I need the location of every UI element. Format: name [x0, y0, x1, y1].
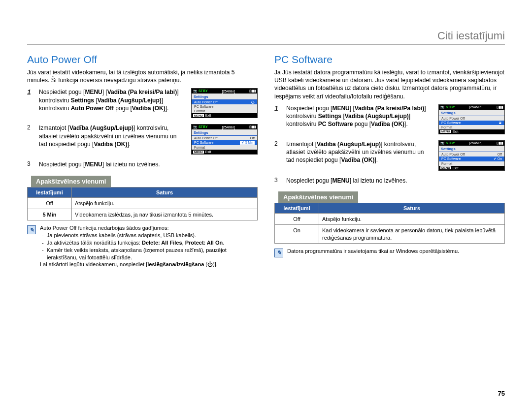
table-header: Iestatījumi	[28, 187, 72, 197]
left-column: Auto Power Off Jūs varat iestatīt videok…	[27, 54, 258, 268]
step-text: Izmantojot [Vadība (Augšup/Lejup)] kontr…	[286, 140, 433, 174]
note-item: - Kamēr tiek veikts ieraksts, atskaņošan…	[40, 247, 258, 261]
step-text: Nospiediet pogu [MENU] lai izietu no izv…	[39, 160, 258, 168]
note-item: - Ja aktivizētas tālāk norādītās funkcij…	[40, 239, 258, 247]
step-1: 1 Nospiediet pogu [MENU] [Vadība (Pa kre…	[27, 88, 258, 121]
chapter-title: Citi iestatījumi	[27, 30, 505, 45]
step-2: 2 Izmantojot [Vadība (Augšup/Lejup)] kon…	[274, 140, 505, 174]
intro-text: Ja Jūs iestatāt datora programmatūru kā …	[274, 68, 505, 100]
step-number: 3	[27, 160, 34, 168]
table-row: OffAtspējo funkciju.	[275, 213, 505, 224]
step-3: 3 Nospiediet pogu [MENU] lai izietu no i…	[274, 177, 505, 185]
camera-screenshot-2: 📷 STBY[254Min]▯ ▮▮▮ Settings Auto Power …	[191, 124, 258, 157]
note-item: - Ja pievienots strāvas kabelis (strāvas…	[40, 232, 258, 239]
step-text: Nospiediet pogu [MENU] lai izietu no izv…	[286, 177, 505, 185]
note-icon: ✎	[274, 249, 283, 257]
camera-screenshot-1: 📷 STBY[254Min]▯ ▮▮▮ Settings Auto Power …	[438, 104, 505, 137]
section-title-pc-software: PC Software	[274, 54, 505, 65]
page-number: 75	[498, 390, 505, 397]
step-text: Izmantojot [Vadība (Augšup/Lejup)] kontr…	[39, 124, 186, 157]
camera-screenshot-2: 📷 STBY[254Min]▯ ▮▮▮ Settings Auto Power …	[438, 140, 505, 174]
step-number: 2	[274, 140, 281, 174]
settings-table: IestatījumiSaturs OffAtspējo funkciju. O…	[274, 203, 505, 244]
step-text: Nospiediet pogu [MENU] [Vadība (Pa kreis…	[286, 104, 433, 137]
step-text: Nospiediet pogu [MENU] [Vadība (Pa kreis…	[39, 88, 186, 121]
note-icon: ✎	[27, 225, 36, 234]
table-header: Iestatījumi	[275, 203, 319, 213]
step-3: 3 Nospiediet pogu [MENU] lai izietu no i…	[27, 160, 258, 168]
step-number: 3	[274, 177, 281, 185]
table-row: OffAtspējo funkciju.	[28, 197, 258, 209]
camera-screenshot-1: 📷 STBY[254Min]▯ ▮▮▮ Settings Auto Power …	[191, 88, 258, 121]
step-number: 2	[27, 124, 34, 157]
step-number: 1	[27, 88, 34, 121]
note-body: Datora programmatūra ir savietojama tika…	[287, 248, 505, 255]
table-row: OnKad videokamera ir savienota ar person…	[275, 225, 505, 244]
table-header: Saturs	[72, 187, 258, 197]
submenu-header: Apakšizvēlnes vienumi	[278, 191, 358, 203]
submenu-header: Apakšizvēlnes vienumi	[31, 176, 111, 187]
section-title-auto-power-off: Auto Power Off	[27, 54, 258, 65]
step-number: 1	[274, 104, 281, 137]
note-end: Lai atkārtoti iegūtu videokameru, nospie…	[40, 261, 258, 268]
right-column: PC Software Ja Jūs iestatāt datora progr…	[274, 54, 505, 268]
table-row: 5 MinVideokamera izslēdzas, ja nav tikus…	[28, 209, 258, 220]
intro-text: Jūs varat iestatīt videokameru, lai tā i…	[27, 68, 258, 84]
note-body: Auto Power Off funkcija nedarbojas šādos…	[40, 224, 258, 268]
note-block: ✎ Datora programmatūra ir savietojama ti…	[274, 248, 505, 257]
settings-table: IestatījumiSaturs OffAtspējo funkciju. 5…	[27, 187, 258, 221]
two-column-layout: Auto Power Off Jūs varat iestatīt videok…	[27, 54, 505, 268]
step-1: 1 Nospiediet pogu [MENU] [Vadība (Pa kre…	[274, 104, 505, 137]
note-block: ✎ Auto Power Off funkcija nedarbojas šād…	[27, 224, 258, 268]
step-2: 2 Izmantojot [Vadība (Augšup/Lejup)] kon…	[27, 124, 258, 157]
table-header: Saturs	[319, 203, 505, 213]
